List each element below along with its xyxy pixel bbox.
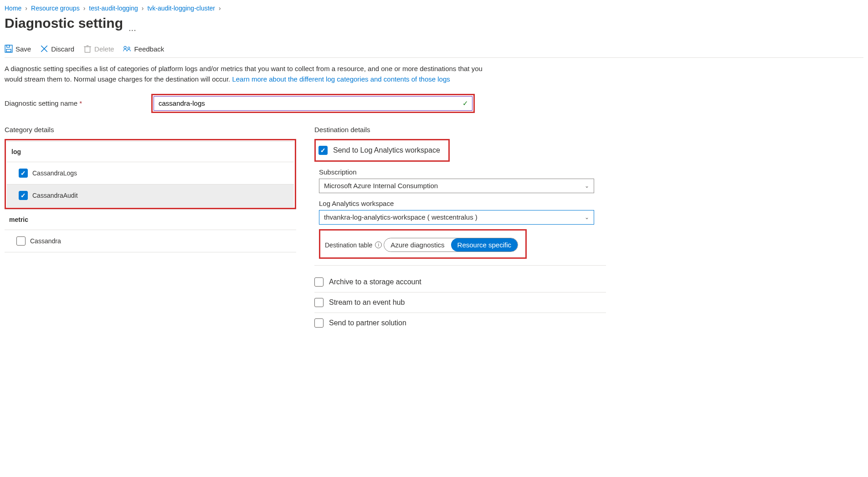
svg-point-8 — [124, 46, 126, 49]
destination-details-header: Destination details — [314, 126, 606, 133]
chevron-right-icon: › — [142, 5, 144, 12]
workspace-label: Log Analytics workspace — [319, 200, 606, 207]
feedback-icon — [123, 45, 131, 53]
setting-name-label: Diagnostic setting name * — [5, 99, 146, 107]
more-icon[interactable]: ··· — [128, 21, 136, 35]
send-law-label: Send to Log Analytics workspace — [333, 146, 440, 154]
category-label: CassandraAudit — [32, 192, 78, 199]
eventhub-label: Stream to an event hub — [329, 298, 405, 307]
category-label: Cassandra — [30, 237, 61, 245]
breadcrumb-home[interactable]: Home — [5, 5, 21, 12]
chevron-right-icon: › — [25, 5, 27, 12]
subscription-value: Microsoft Azure Internal Consumption — [324, 182, 438, 190]
highlight-send-law: Send to Log Analytics workspace — [314, 139, 450, 162]
checkbox-partner[interactable] — [314, 318, 324, 328]
destination-table-toggle[interactable]: Azure diagnostics Resource specific — [384, 238, 518, 252]
destination-table-label: Destination table — [325, 241, 372, 249]
category-row-cassandra-metric[interactable]: Cassandra — [5, 230, 296, 252]
destination-archive-storage[interactable]: Archive to a storage account — [314, 272, 606, 292]
toggle-azure-diagnostics[interactable]: Azure diagnostics — [384, 238, 451, 251]
partner-label: Send to partner solution — [329, 319, 406, 327]
workspace-select[interactable]: thvankra-log-analytics-workspace ( westc… — [319, 210, 594, 225]
checkbox-send-law[interactable] — [318, 146, 328, 155]
log-group-header: log — [7, 142, 294, 162]
toggle-resource-specific[interactable]: Resource specific — [451, 238, 518, 251]
svg-point-9 — [128, 47, 130, 49]
highlight-log-categories: log CassandraLogs CassandraAudit — [5, 139, 296, 209]
destination-partner[interactable]: Send to partner solution — [314, 313, 606, 333]
metric-group-header: metric — [5, 209, 296, 230]
breadcrumb: Home › Resource groups › test-audit-logg… — [5, 5, 863, 14]
chevron-down-icon: ⌄ — [585, 214, 589, 221]
close-icon — [40, 45, 48, 53]
breadcrumb-group[interactable]: test-audit-logging — [89, 5, 138, 12]
chevron-right-icon: › — [83, 5, 86, 12]
trash-icon — [83, 45, 92, 53]
chevron-right-icon: › — [219, 5, 221, 12]
breadcrumb-cluster[interactable]: tvk-audit-logging-cluster — [147, 5, 215, 12]
checkbox-cassandraaudit[interactable] — [19, 191, 28, 200]
svg-rect-2 — [6, 49, 11, 52]
chevron-down-icon: ⌄ — [585, 183, 589, 189]
svg-rect-5 — [85, 47, 90, 52]
check-icon: ✓ — [462, 99, 468, 108]
setting-name-input[interactable] — [158, 99, 462, 108]
feedback-button[interactable]: Feedback — [123, 45, 164, 53]
info-icon[interactable]: i — [375, 241, 382, 248]
category-row-cassandralogs[interactable]: CassandraLogs — [7, 162, 294, 185]
delete-label: Delete — [94, 45, 114, 53]
discard-button[interactable]: Discard — [40, 45, 74, 53]
breadcrumb-resource-groups[interactable]: Resource groups — [31, 5, 80, 12]
subscription-label: Subscription — [319, 168, 606, 176]
discard-label: Discard — [51, 45, 74, 53]
page-title: Diagnostic setting — [5, 15, 123, 31]
save-label: Save — [15, 45, 31, 53]
checkbox-cassandralogs[interactable] — [19, 169, 28, 178]
save-button[interactable]: Save — [5, 45, 31, 53]
save-icon — [5, 45, 13, 53]
intro-text: A diagnostic setting specifies a list of… — [5, 58, 483, 89]
toolbar: Save Discard Delete Feedback — [5, 42, 863, 57]
learn-more-link[interactable]: Learn more about the different log categ… — [232, 75, 450, 83]
checkbox-cassandra-metric[interactable] — [16, 236, 26, 246]
highlight-setting-name: ✓ — [151, 94, 475, 113]
highlight-destination-table: Destination table i Azure diagnostics Re… — [319, 229, 527, 259]
destination-event-hub[interactable]: Stream to an event hub — [314, 292, 606, 313]
feedback-label: Feedback — [134, 45, 164, 53]
checkbox-eventhub[interactable] — [314, 298, 324, 307]
category-details-header: Category details — [5, 126, 296, 133]
category-label: CassandraLogs — [32, 169, 77, 177]
workspace-value: thvankra-log-analytics-workspace ( westc… — [324, 213, 478, 221]
svg-rect-1 — [7, 45, 10, 47]
delete-button: Delete — [83, 45, 114, 53]
subscription-select[interactable]: Microsoft Azure Internal Consumption ⌄ — [319, 179, 594, 193]
checkbox-archive[interactable] — [314, 277, 324, 287]
category-row-cassandraaudit[interactable]: CassandraAudit — [7, 185, 294, 206]
archive-label: Archive to a storage account — [329, 278, 421, 286]
